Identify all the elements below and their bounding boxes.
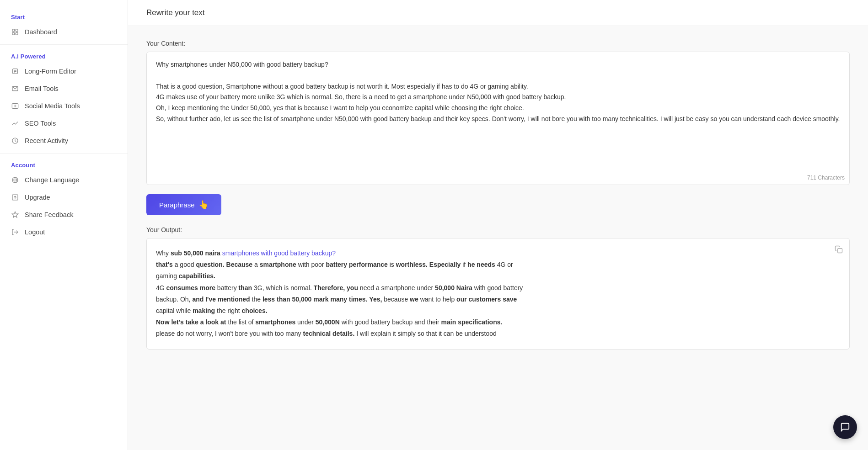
social-media-tools-label: Social Media Tools [25, 102, 80, 110]
svg-rect-0 [12, 29, 15, 32]
content-input[interactable]: Why smartphones under N50,000 with good … [147, 52, 849, 171]
start-section-label: Start [0, 9, 128, 23]
svg-rect-1 [16, 29, 18, 32]
input-wrapper: Why smartphones under N50,000 with good … [146, 52, 850, 185]
svg-rect-2 [12, 32, 15, 35]
dashboard-icon [11, 28, 19, 36]
svg-marker-16 [12, 212, 18, 217]
recent-activity-icon [11, 137, 19, 145]
svg-rect-18 [838, 249, 842, 253]
long-form-editor-label: Long-Form Editor [25, 68, 76, 75]
seo-tools-label: SEO Tools [25, 120, 56, 127]
page-title: Rewrite your text [146, 8, 850, 17]
social-media-icon [11, 102, 19, 110]
output-area: Why sub 50,000 naira smartphones with go… [146, 238, 850, 349]
logout-label: Logout [25, 228, 45, 236]
dashboard-label: Dashboard [25, 28, 57, 36]
ai-powered-section-label: A.I Powered [0, 48, 128, 63]
sidebar-item-social-media-tools[interactable]: Social Media Tools [0, 97, 128, 115]
upgrade-icon [11, 193, 19, 201]
paraphrase-label: Paraphrase [159, 201, 195, 209]
char-count: 711 Characters [147, 173, 849, 185]
chat-bubble-icon [840, 422, 850, 432]
sidebar-divider-2 [0, 153, 128, 154]
sidebar-item-upgrade[interactable]: Upgrade [0, 189, 128, 206]
paraphrase-button[interactable]: Paraphrase 👆 [146, 194, 221, 215]
sidebar-divider-1 [0, 44, 128, 45]
change-language-label: Change Language [25, 176, 79, 184]
sidebar-item-share-feedback[interactable]: Share Feedback [0, 206, 128, 223]
email-tools-icon [11, 85, 19, 93]
copy-icon[interactable] [835, 245, 843, 258]
output-text: Why sub 50,000 naira smartphones with go… [156, 248, 840, 340]
email-tools-label: Email Tools [25, 85, 59, 92]
svg-rect-3 [16, 32, 18, 35]
sidebar-item-dashboard[interactable]: Dashboard [0, 23, 128, 41]
your-content-label: Your Content: [146, 40, 850, 47]
content-area: Your Content: Why smartphones under N50,… [128, 26, 868, 450]
sidebar-item-recent-activity[interactable]: Recent Activity [0, 132, 128, 149]
main-content: Rewrite your text Your Content: Why smar… [128, 0, 868, 450]
change-language-icon [11, 176, 19, 184]
sidebar: Start Dashboard A.I Powered Long-Form Ed… [0, 0, 128, 450]
sidebar-item-logout[interactable]: Logout [0, 223, 128, 241]
seo-tools-icon [11, 119, 19, 127]
sidebar-item-long-form-editor[interactable]: Long-Form Editor [0, 63, 128, 80]
share-feedback-icon [11, 211, 19, 219]
paraphrase-cursor-icon: 👆 [198, 200, 209, 210]
chat-bubble-button[interactable] [833, 415, 857, 439]
account-section-label: Account [0, 157, 128, 171]
your-output-label: Your Output: [146, 226, 850, 233]
logout-icon [11, 228, 19, 236]
share-feedback-label: Share Feedback [25, 211, 73, 218]
sidebar-item-seo-tools[interactable]: SEO Tools [0, 115, 128, 132]
upgrade-label: Upgrade [25, 194, 50, 201]
page-header: Rewrite your text [128, 0, 868, 26]
recent-activity-label: Recent Activity [25, 137, 68, 144]
sidebar-item-change-language[interactable]: Change Language [0, 171, 128, 189]
long-form-editor-icon [11, 67, 19, 75]
sidebar-item-email-tools[interactable]: Email Tools [0, 80, 128, 97]
